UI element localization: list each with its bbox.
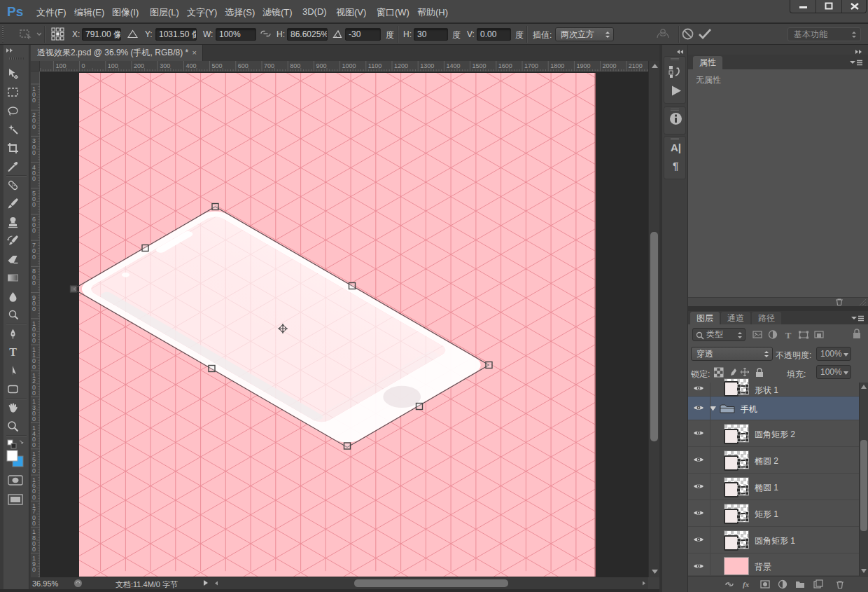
svg-text:1800: 1800 [550, 62, 564, 69]
svg-text:0: 0 [32, 441, 36, 448]
svg-text:0: 0 [32, 494, 36, 501]
svg-text:0: 0 [82, 62, 85, 69]
svg-text:0: 0 [32, 337, 36, 344]
svg-text:T: T [785, 330, 792, 340]
svg-text:800: 800 [290, 62, 300, 69]
svg-text:0: 0 [32, 546, 36, 553]
svg-text:0: 0 [32, 97, 36, 104]
svg-text:300: 300 [160, 62, 170, 69]
svg-text:0: 0 [32, 280, 36, 287]
svg-text:0: 0 [32, 149, 36, 156]
svg-text:1500: 1500 [472, 62, 486, 69]
svg-text:0: 0 [32, 123, 36, 130]
svg-text:T: T [9, 346, 17, 358]
svg-text:1700: 1700 [524, 62, 538, 69]
svg-text:0: 0 [32, 390, 36, 397]
svg-text:1000: 1000 [342, 62, 356, 69]
svg-text:1100: 1100 [368, 62, 382, 69]
svg-text:0: 0 [32, 201, 36, 208]
svg-text:600: 600 [238, 62, 248, 69]
svg-text:0: 0 [32, 364, 36, 371]
svg-text:0: 0 [32, 227, 36, 234]
svg-text:900: 900 [316, 62, 326, 69]
svg-text:2100: 2100 [629, 62, 643, 69]
svg-text:2000: 2000 [603, 62, 617, 69]
svg-text:0: 0 [32, 520, 36, 527]
svg-text:0: 0 [32, 566, 36, 573]
svg-text:1200: 1200 [394, 62, 408, 69]
svg-text:100: 100 [108, 62, 118, 69]
svg-text:500: 500 [212, 62, 223, 69]
svg-text:1900: 1900 [576, 62, 590, 69]
svg-text:100: 100 [55, 62, 66, 69]
svg-text:400: 400 [186, 62, 196, 69]
svg-text:200: 200 [134, 62, 144, 69]
svg-text:0: 0 [32, 467, 36, 474]
svg-text:0: 0 [32, 175, 36, 182]
svg-text:1400: 1400 [446, 62, 460, 69]
svg-text:1300: 1300 [420, 62, 434, 69]
svg-text:0: 0 [32, 415, 36, 422]
svg-text:1600: 1600 [498, 62, 512, 69]
svg-text:0: 0 [32, 305, 36, 312]
svg-text:700: 700 [264, 62, 274, 69]
svg-text:0: 0 [32, 254, 36, 261]
svg-text:fx: fx [743, 580, 750, 588]
